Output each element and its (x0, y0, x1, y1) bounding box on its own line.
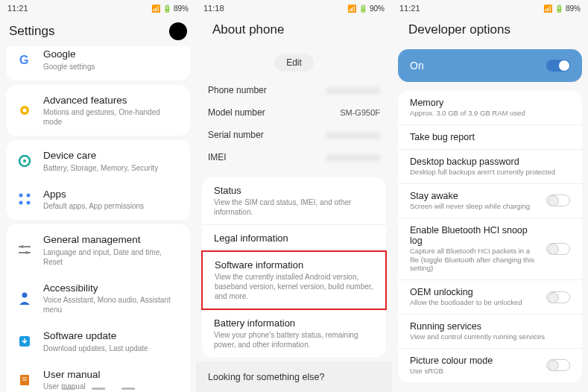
svg-point-7 (19, 194, 23, 197)
status-right: 📶 🔋 89% (543, 4, 581, 13)
settings-item-general-management[interactable]: General management Language and input, D… (6, 226, 190, 274)
dev-subtitle: Screen will never sleep while charging (410, 202, 540, 211)
dev-title: Take bug report (410, 132, 564, 142)
header: About phone (196, 16, 392, 43)
info-row-phone-number: Phone number xxxxxxxxxxx (196, 79, 392, 101)
section-legal-information[interactable]: Legal information (202, 224, 386, 251)
section-software-information[interactable]: Software information View the currently … (201, 250, 387, 310)
dev-subtitle: Use sRGB (410, 367, 540, 376)
item-subtitle: Default apps, App permissions (43, 201, 180, 211)
dev-title: OEM unlocking (410, 287, 540, 297)
circle-icon (16, 153, 33, 169)
status-right: 📶 🔋 89% (151, 4, 189, 13)
settings-item-device-care[interactable]: Device care Battery, Storage, Memory, Se… (6, 142, 190, 180)
section-subtitle: View your phone's battery status, remain… (214, 330, 374, 350)
svg-point-4 (23, 108, 27, 112)
section-status[interactable]: Status View the SIM card status, IMEI, a… (202, 177, 386, 224)
sliders-icon (16, 241, 33, 258)
section-title: Software information (215, 259, 373, 271)
page-title: Settings (9, 24, 150, 39)
toggle-icon[interactable] (546, 359, 570, 371)
avatar[interactable] (169, 22, 187, 40)
status-right: 📶 🔋 90% (347, 4, 385, 13)
person-icon (16, 290, 33, 306)
settings-item-software-update[interactable]: Software update Download updates, Last u… (6, 322, 190, 361)
dev-item-memory[interactable]: Memory Approx. 3.0 GB of 3.9 GB RAM used (398, 91, 582, 124)
item-title: General management (43, 233, 180, 247)
section-title: Status (214, 185, 374, 196)
svg-point-9 (19, 201, 23, 205)
settings-item-google[interactable]: G Google Google settings (6, 46, 190, 79)
toggle-icon[interactable] (546, 243, 570, 255)
item-title: User manual (43, 368, 180, 382)
settings-item-advanced-features[interactable]: Advanced features Motions and gestures, … (6, 86, 190, 135)
footer-title: Looking for something else? (208, 372, 380, 382)
dev-master-toggle[interactable]: On (398, 49, 582, 82)
toggle-icon[interactable] (546, 195, 570, 206)
page-title: Developer options (408, 22, 572, 37)
status-time: 11:21 (399, 4, 420, 13)
dev-title: Enable Bluetooth HCI snoop log (410, 225, 540, 246)
item-title: Apps (43, 188, 180, 201)
info-label: IMEI (208, 152, 227, 162)
footer-help: Looking for something else? ResetContact… (196, 361, 392, 392)
settings-item-accessibility[interactable]: Accessibility Voice Assistant, Mono audi… (6, 274, 190, 323)
download-icon (16, 333, 33, 350)
dev-subtitle: View and control currently running servi… (410, 332, 564, 341)
dev-item-enable-bluetooth-hci-snoop-log[interactable]: Enable Bluetooth HCI snoop log Capture a… (398, 218, 582, 280)
dev-item-stay-awake[interactable]: Stay awake Screen will never sleep while… (398, 183, 582, 218)
status-bar: 11:18 📶 🔋 90% (196, 0, 392, 16)
svg-point-13 (21, 245, 24, 248)
about-content: Edit Phone number xxxxxxxxxxxModel numbe… (196, 43, 392, 392)
toggle-icon[interactable] (546, 291, 570, 303)
G-icon: G (16, 51, 33, 68)
dev-title: Stay awake (410, 191, 540, 201)
info-label: Model number (208, 107, 265, 118)
dev-subtitle: Approx. 3.0 GB of 3.9 GB RAM used (410, 109, 564, 118)
dev-item-oem-unlocking[interactable]: OEM unlocking Allow the bootloader to be… (398, 279, 582, 314)
status-bar: 11:21 📶 🔋 89% (0, 0, 196, 16)
toggle-on-icon[interactable] (546, 60, 570, 72)
dev-title: Desktop backup password (410, 157, 564, 167)
status-bar: 11:21 📶 🔋 89% (392, 0, 588, 16)
dev-item-take-bug-report[interactable]: Take bug report (398, 124, 582, 149)
status-time: 11:18 (203, 4, 224, 13)
section-subtitle: View the currently installed Android ver… (215, 272, 373, 301)
settings-screen: 11:21 📶 🔋 89% Settings G Google Google s… (0, 0, 196, 392)
edit-button[interactable]: Edit (274, 54, 314, 72)
header: Settings (0, 16, 196, 46)
section-title: Battery information (214, 317, 374, 329)
status-time: 11:21 (7, 4, 28, 13)
info-label: Phone number (208, 85, 267, 95)
dev-item-running-services[interactable]: Running services View and control curren… (398, 314, 582, 348)
info-value: SM-G950F (340, 108, 380, 117)
item-subtitle: Battery, Storage, Memory, Security (43, 163, 180, 173)
svg-text:G: G (19, 54, 28, 66)
info-value: xxxxxxxxxxx (327, 86, 381, 95)
item-title: Device care (43, 149, 180, 162)
info-label: Serial number (208, 130, 264, 140)
svg-point-10 (27, 201, 31, 205)
item-title: Google (43, 48, 180, 61)
item-subtitle: Google settings (43, 62, 180, 72)
dev-title: Memory (410, 98, 564, 108)
settings-list: G Google Google settings Advanced featur… (0, 46, 196, 392)
section-subtitle: View the SIM card status, IMEI, and othe… (214, 197, 374, 217)
section-battery-information[interactable]: Battery information View your phone's ba… (202, 309, 386, 357)
info-row-serial-number: Serial number xxxxxxxxxxx (196, 124, 392, 146)
dev-subtitle: Allow the bootloader to be unlocked (410, 298, 540, 307)
nav-bar (62, 388, 135, 390)
info-value: xxxxxxxxxxx (327, 153, 381, 162)
svg-point-8 (27, 194, 31, 197)
grid-icon (16, 191, 33, 207)
dev-item-picture-colour-mode[interactable]: Picture colour mode Use sRGB (398, 348, 582, 382)
settings-item-apps[interactable]: Apps Default apps, App permissions (6, 180, 190, 219)
item-subtitle: User manual (43, 382, 180, 391)
svg-point-6 (23, 159, 26, 162)
svg-point-15 (22, 293, 28, 298)
header: Developer options (392, 16, 588, 43)
item-title: Accessibility (43, 282, 180, 295)
item-subtitle: Download updates, Last update (43, 344, 180, 353)
item-subtitle: Motions and gestures, One-handed mode (43, 107, 180, 127)
dev-item-desktop-backup-password[interactable]: Desktop backup password Desktop full bac… (398, 149, 582, 183)
